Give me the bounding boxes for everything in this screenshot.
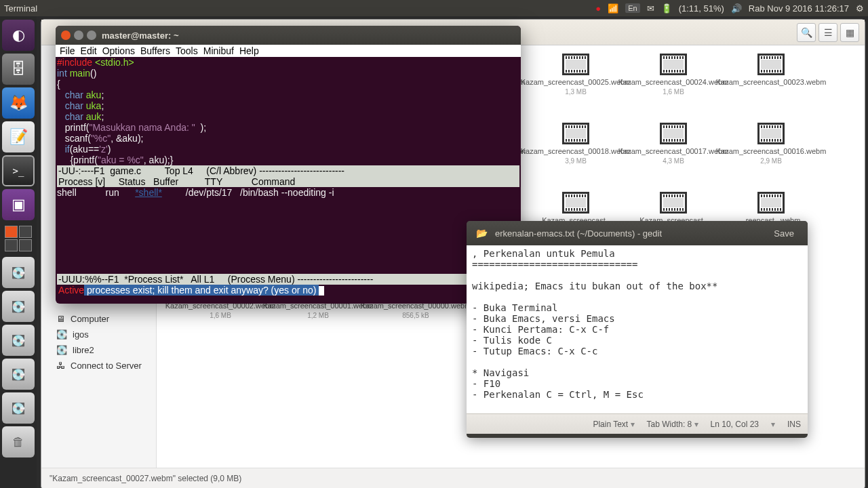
gedit-textview[interactable]: , Perkenalan untuk Pemula ==============… [467, 245, 808, 413]
file-item[interactable]: Kazam_screencast_00023.webm [724, 52, 818, 119]
emacs-modeline-1: -UU-:----F1 game.c Top L4 (C/l Abbrev) -… [57, 165, 519, 176]
trash-icon[interactable]: 🗑 [2, 426, 35, 458]
mail-icon[interactable]: ✉ [647, 3, 654, 14]
file-item[interactable]: Kazam_screencast_00016.webm2,9 MB [724, 121, 818, 188]
cursor-position: Ln 10, Col 23 [711, 420, 759, 429]
clock[interactable]: Rab Nov 9 2016 11:26:17 [749, 3, 849, 14]
emacs-modeline-2: -UUU:%%--F1 *Process List* All L1 (Proce… [57, 274, 519, 285]
place-connect-server[interactable]: 🖧Connect to Server [41, 358, 156, 373]
gedit-statusbar: Plain Text Tab Width: 8 Ln 10, Col 23 IN… [467, 413, 808, 434]
save-button[interactable]: Save [767, 227, 801, 240]
terminal-title: master@master: ~ [102, 30, 178, 41]
terminal-window[interactable]: master@master: ~ FileEditOptionsBuffersT… [56, 26, 521, 304]
dash-icon[interactable]: ◐ [2, 20, 35, 51]
files-icon[interactable]: 🗄 [2, 54, 35, 85]
emacs-menubar[interactable]: FileEditOptionsBuffersToolsMinibufHelp [56, 45, 521, 57]
grid-view-icon[interactable]: ▦ [840, 23, 859, 42]
menu-tools[interactable]: Tools [173, 45, 201, 56]
battery-icon[interactable]: 🔋 [661, 3, 672, 14]
process-list-header: Process [v] Status Buffer TTY Command [57, 176, 519, 187]
keyboard-lang[interactable]: En [625, 3, 639, 13]
insert-mode: INS [787, 420, 801, 429]
gedit-titlebar[interactable]: 📂 erkenalan-emacs.txt (~/Documents) - ge… [467, 221, 808, 245]
top-panel: Terminal ● 📶 En ✉ 🔋 (1:11, 51%) 🔊 Rab No… [0, 0, 868, 16]
maximize-icon[interactable] [87, 30, 96, 40]
drive-icon-5[interactable]: 💽 [2, 392, 35, 424]
firefox-icon[interactable]: 🦊 [2, 87, 35, 119]
drive-icon-2[interactable]: 💽 [2, 291, 35, 322]
gear-icon[interactable]: ⚙ [856, 3, 864, 14]
file-item[interactable]: Kazam_screencast_00017.webm4,3 MB [626, 121, 721, 188]
drive-icon-4[interactable]: 💽 [2, 359, 35, 390]
open-icon[interactable]: 📂 [473, 225, 490, 241]
menu-help[interactable]: Help [237, 45, 262, 56]
menu-options[interactable]: Options [100, 45, 138, 56]
active-app-label: Terminal [4, 3, 37, 14]
screenshot-icon[interactable]: ▣ [2, 189, 35, 220]
emacs-buffer[interactable]: #include <stdio.h> int main() { char aku… [56, 57, 521, 296]
file-item[interactable]: Kazam_screencast_00018.webm3,9 MB [528, 121, 623, 188]
cursor-dropdown[interactable] [771, 420, 775, 429]
drive-icon-1[interactable]: 💽 [2, 257, 35, 288]
list-view-icon[interactable]: ☰ [818, 23, 837, 42]
battery-text: (1:11, 51%) [679, 3, 724, 14]
gedit-icon[interactable]: 📝 [2, 121, 35, 152]
emacs-minibuffer[interactable]: Active processes exist; kill them and ex… [57, 285, 519, 296]
menu-buffers[interactable]: Buffers [138, 45, 173, 56]
workspace-switcher[interactable] [2, 223, 35, 254]
search-icon[interactable]: 🔍 [797, 23, 816, 42]
gedit-title: erkenalan-emacs.txt (~/Documents) - gedi… [495, 228, 762, 239]
minimize-icon[interactable] [74, 30, 83, 40]
place-igos[interactable]: 💽igos [41, 327, 156, 342]
place-computer[interactable]: 🖥Computer [41, 311, 156, 327]
unity-launcher: ◐ 🗄 🦊 📝 >_ ▣ 💽 💽 💽 💽 💽 🗑 [0, 16, 37, 488]
menu-edit[interactable]: Edit [78, 45, 100, 56]
wifi-icon[interactable]: 📶 [608, 3, 618, 14]
menu-file[interactable]: File [57, 45, 78, 56]
menu-minibuf[interactable]: Minibuf [201, 45, 237, 56]
terminal-icon[interactable]: >_ [2, 155, 35, 186]
gedit-window[interactable]: 📂 erkenalan-emacs.txt (~/Documents) - ge… [467, 221, 808, 438]
place-libre2[interactable]: 💽libre2 [41, 342, 156, 358]
tab-width[interactable]: Tab Width: 8 [647, 420, 698, 429]
files-statusbar: "Kazam_screencast_00027.webm" selected (… [41, 468, 865, 488]
syntax-mode[interactable]: Plain Text [593, 420, 634, 429]
terminal-titlebar[interactable]: master@master: ~ [56, 26, 521, 45]
volume-icon[interactable]: 🔊 [731, 3, 742, 14]
shell-buffer-link[interactable]: *shell* [135, 187, 162, 198]
close-icon[interactable] [61, 30, 71, 40]
record-icon[interactable]: ● [595, 3, 601, 14]
file-item[interactable]: Kazam_screencast_00024.webm1,6 MB [626, 52, 721, 119]
drive-icon-3[interactable]: 💽 [2, 325, 35, 356]
file-item[interactable]: Kazam_screencast_00025.webm1,3 MB [528, 52, 623, 119]
